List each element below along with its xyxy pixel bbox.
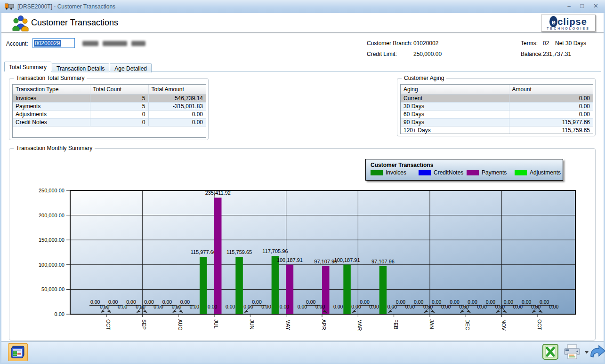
customer-branch-label: Customer Branch: (367, 40, 412, 47)
svg-text:115,977.66: 115,977.66 (191, 249, 216, 255)
svg-text:0.00: 0.00 (477, 304, 487, 309)
maximize-button[interactable]: □ (580, 2, 584, 10)
svg-text:0.00: 0.00 (441, 304, 451, 309)
svg-text:0.00: 0.00 (513, 304, 523, 309)
column-header-transaction-type[interactable]: Transaction Type (13, 85, 90, 94)
print-button[interactable] (563, 344, 582, 360)
table-row[interactable]: Invoices5546,739.14 (13, 94, 206, 102)
cell: 5 (90, 102, 148, 110)
terms-code: 02 (543, 40, 549, 47)
svg-text:100,187.91: 100,187.91 (334, 257, 360, 263)
window-title: [DRSE2000T] - Customer Transactions (17, 3, 115, 10)
excel-icon (542, 343, 559, 360)
svg-text:0.00: 0.00 (540, 299, 549, 305)
svg-text:150,000.00: 150,000.00 (39, 237, 65, 243)
column-header-total-count[interactable]: Total Count (90, 85, 148, 94)
cell: Payments (13, 102, 90, 110)
svg-text:0.00: 0.00 (208, 304, 218, 309)
legend-item-invoices: Invoices (371, 169, 419, 176)
table-row[interactable]: Adjustments00.00 (13, 110, 206, 118)
cell: 115,759.65 (509, 126, 593, 134)
svg-text:MAR: MAR (357, 319, 363, 331)
balance-value: 231,737.31 (543, 51, 571, 57)
table-row[interactable]: Credit Notes00.00 (13, 118, 206, 126)
svg-text:OCT: OCT (105, 319, 111, 331)
svg-text:0.00: 0.00 (118, 304, 128, 309)
svg-text:100,000.00: 100,000.00 (39, 262, 65, 268)
svg-text:0.00: 0.00 (549, 304, 559, 309)
column-header-amount[interactable]: Amount (509, 85, 593, 94)
app-window: [DRSE2000T] - Customer Transactions – □ … (0, 0, 605, 364)
logo-e-icon: e (549, 16, 557, 27)
tab-total-summary[interactable]: Total Summary (4, 62, 51, 71)
form-icon (11, 346, 25, 359)
legend-title: Customer Transactions (366, 159, 563, 169)
tab-age-detailed[interactable]: Age Detailed (110, 63, 152, 72)
table-row[interactable]: 90 Days115,977.66 (401, 118, 593, 126)
svg-text:0.00: 0.00 (369, 304, 379, 309)
truck-icon (5, 3, 14, 10)
svg-text:0.00: 0.00 (360, 299, 370, 305)
printer-icon (563, 344, 582, 360)
table-row[interactable]: 120+ Days115,759.65 (401, 126, 593, 134)
eclipse-logo: e clipse TECHNOLOGIES (541, 15, 596, 32)
cell: 30 Days (401, 102, 509, 110)
column-header-total-amount[interactable]: Total Amount (148, 85, 206, 94)
transaction-total-summary-group: Transaction Total Summary Transaction Ty… (9, 78, 209, 140)
cell: 5 (90, 94, 148, 102)
form-button[interactable] (8, 343, 28, 361)
export-excel-button[interactable] (542, 343, 559, 360)
cell: 60 Days (401, 110, 509, 118)
terms-desc: Net 30 Days (555, 40, 586, 47)
svg-text:JUL: JUL (213, 319, 219, 329)
credit-limit-value: 250,000.00 (413, 51, 442, 57)
svg-text:0.00: 0.00 (486, 299, 496, 305)
cell: 0.00 (148, 118, 206, 126)
svg-text:0.00: 0.00 (414, 299, 424, 305)
table-row[interactable]: 30 Days0.00 (401, 102, 593, 110)
customer-aging-group: Customer Aging AgingAmountCurrent0.0030 … (397, 78, 596, 136)
cell: Credit Notes (13, 118, 90, 126)
cell: Adjustments (13, 110, 90, 118)
svg-text:0.00: 0.00 (190, 304, 200, 309)
svg-text:0.00: 0.00 (504, 299, 514, 305)
bottom-toolbar (1, 341, 604, 363)
svg-text:115,759.65: 115,759.65 (226, 249, 252, 255)
svg-text:0.00: 0.00 (315, 304, 325, 309)
cell: 0.00 (509, 110, 593, 118)
svg-text:0.00: 0.00 (396, 299, 406, 305)
table-row[interactable]: Payments5-315,001.83 (13, 102, 206, 110)
page-title: Customer Transactions (31, 18, 118, 28)
exit-button[interactable] (589, 344, 605, 359)
svg-text:0.00: 0.00 (153, 304, 163, 309)
svg-text:235,411.92: 235,411.92 (205, 190, 231, 196)
transaction-monthly-summary-group: Transaction Monthly Summary Customer Tra… (9, 148, 596, 340)
table-row[interactable]: 60 Days0.00 (401, 110, 593, 118)
print-options-caret-icon[interactable] (585, 351, 589, 354)
customer-aging-table: AgingAmountCurrent0.0030 Days0.0060 Days… (400, 84, 593, 134)
svg-text:0.00: 0.00 (126, 299, 136, 305)
account-input[interactable]: 00200029 (32, 38, 75, 48)
tab-transaction-details[interactable]: Transaction Details (52, 63, 109, 72)
svg-text:JUN: JUN (249, 319, 255, 329)
table-row[interactable]: Current0.00 (401, 94, 593, 102)
svg-text:NOV: NOV (501, 319, 507, 331)
minimize-button[interactable]: – (567, 2, 571, 10)
column-header-aging[interactable]: Aging (401, 85, 509, 94)
svg-text:0.00: 0.00 (55, 311, 65, 317)
legend-swatch-icon (467, 170, 479, 175)
svg-text:0.00: 0.00 (333, 304, 343, 309)
customer-branch-value: 01020002 (413, 40, 438, 47)
legend-label: Invoices (386, 169, 406, 176)
svg-text:0.00: 0.00 (280, 304, 290, 309)
logo-word: clipse (557, 17, 587, 26)
chart-legend: Customer Transactions InvoicesCreditNote… (365, 159, 563, 181)
svg-text:50,000.00: 50,000.00 (41, 286, 65, 292)
svg-text:0.00: 0.00 (180, 299, 190, 305)
customer-name-redacted (82, 41, 145, 46)
credit-limit-label: Credit Limit: (367, 51, 397, 57)
close-button[interactable]: ✕ (593, 2, 598, 10)
svg-text:250,000.00: 250,000.00 (39, 188, 65, 193)
svg-text:100,187.91: 100,187.91 (277, 257, 303, 263)
svg-text:0.00: 0.00 (108, 299, 118, 305)
